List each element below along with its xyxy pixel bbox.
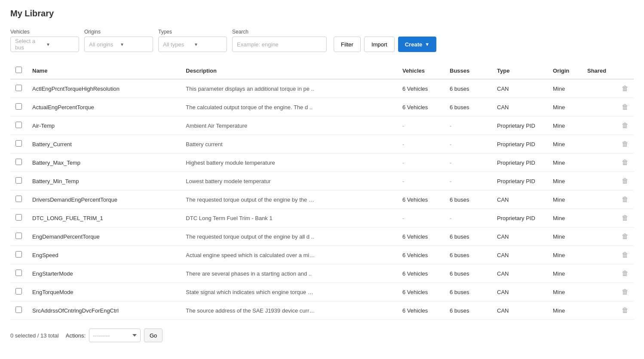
row-checkbox[interactable]: [15, 233, 22, 239]
row-description-text: There are several phases in a starting a…: [186, 270, 315, 277]
row-checkbox-cell[interactable]: [10, 246, 27, 264]
vehicles-select[interactable]: Select a bus ▼: [10, 37, 79, 52]
row-checkbox-cell[interactable]: [10, 264, 27, 283]
row-checkbox[interactable]: [15, 288, 22, 295]
row-description-text: The requested torque output of the engin…: [186, 196, 315, 203]
delete-icon[interactable]: 🗑: [622, 177, 629, 184]
row-checkbox-cell[interactable]: [10, 117, 27, 135]
origins-placeholder: All origins: [89, 41, 117, 48]
row-vehicles: 6 Vehicles: [397, 98, 445, 117]
table-row: ActualEngPercentTorque The calculated ou…: [10, 98, 634, 117]
delete-icon[interactable]: 🗑: [622, 288, 629, 295]
row-description-text: The calculated output torque of the engi…: [186, 104, 315, 110]
row-delete-cell[interactable]: 🗑: [616, 190, 634, 209]
row-delete-cell[interactable]: 🗑: [616, 264, 634, 283]
row-checkbox[interactable]: [15, 177, 22, 184]
row-checkbox[interactable]: [15, 103, 22, 110]
row-checkbox-cell[interactable]: [10, 227, 27, 246]
row-description: The source address of the SAE J1939 devi…: [181, 301, 397, 320]
row-vehicles: 6 Vehicles: [397, 79, 445, 98]
row-delete-cell[interactable]: 🗑: [616, 301, 634, 320]
dash: -: [450, 123, 451, 129]
dash: -: [450, 215, 451, 221]
row-checkbox-cell[interactable]: [10, 209, 27, 227]
delete-icon[interactable]: 🗑: [622, 196, 629, 203]
row-delete-cell[interactable]: 🗑: [616, 117, 634, 135]
row-checkbox[interactable]: [15, 307, 22, 313]
row-name: Battery_Max_Temp: [27, 153, 181, 172]
row-checkbox-cell[interactable]: [10, 153, 27, 172]
row-checkbox-cell[interactable]: [10, 79, 27, 98]
row-origin: Mine: [548, 227, 582, 246]
row-checkbox-cell[interactable]: [10, 98, 27, 117]
row-shared: [582, 246, 616, 264]
row-checkbox-cell[interactable]: [10, 283, 27, 301]
delete-icon[interactable]: 🗑: [622, 159, 629, 166]
delete-icon[interactable]: 🗑: [622, 103, 629, 110]
select-all-header[interactable]: [10, 62, 27, 79]
row-checkbox[interactable]: [15, 159, 22, 165]
row-checkbox[interactable]: [15, 251, 22, 258]
delete-icon[interactable]: 🗑: [622, 233, 629, 240]
row-delete-cell[interactable]: 🗑: [616, 135, 634, 153]
row-description: State signal which indicates which engin…: [181, 283, 397, 301]
row-origin: Mine: [548, 283, 582, 301]
row-delete-cell[interactable]: 🗑: [616, 98, 634, 117]
actions-label: Actions:: [66, 332, 86, 339]
select-all-checkbox[interactable]: [15, 67, 22, 73]
row-checkbox[interactable]: [15, 85, 22, 91]
row-vehicles: 6 Vehicles: [397, 227, 445, 246]
row-busses: 6 buses: [445, 79, 492, 98]
go-button[interactable]: Go: [144, 328, 163, 342]
create-button[interactable]: Create ▼: [398, 37, 436, 52]
row-description: The requested torque output of the engin…: [181, 227, 397, 246]
table-row: EngStarterMode There are several phases …: [10, 264, 634, 283]
row-delete-cell[interactable]: 🗑: [616, 209, 634, 227]
row-delete-cell[interactable]: 🗑: [616, 227, 634, 246]
row-checkbox-cell[interactable]: [10, 135, 27, 153]
types-select[interactable]: All types ▼: [158, 37, 227, 52]
row-name: ActlEngPrcntTorqueHighResolution: [27, 79, 181, 98]
row-vehicles: -: [397, 117, 445, 135]
row-busses: 6 buses: [445, 301, 492, 320]
row-busses: 6 buses: [445, 283, 492, 301]
origins-filter-group: Origins All origins ▼: [84, 29, 153, 52]
row-delete-cell[interactable]: 🗑: [616, 246, 634, 264]
row-delete-cell[interactable]: 🗑: [616, 283, 634, 301]
row-checkbox[interactable]: [15, 140, 22, 147]
row-description-text: Highest battery module temperature: [186, 160, 315, 166]
row-checkbox[interactable]: [15, 270, 22, 276]
delete-icon[interactable]: 🗑: [622, 122, 629, 129]
chevron-down-icon: ▼: [46, 42, 74, 47]
delete-icon[interactable]: 🗑: [622, 140, 629, 147]
row-checkbox-cell[interactable]: [10, 172, 27, 190]
actions-select[interactable]: ---------: [89, 328, 141, 342]
row-checkbox[interactable]: [15, 122, 22, 128]
origins-select[interactable]: All origins ▼: [84, 37, 153, 52]
row-description-text: State signal which indicates which engin…: [186, 289, 315, 295]
delete-icon[interactable]: 🗑: [622, 270, 629, 277]
row-name: Battery_Current: [27, 135, 181, 153]
search-input[interactable]: [232, 37, 327, 52]
row-busses: -: [445, 153, 492, 172]
row-busses: 6 buses: [445, 190, 492, 209]
row-type: Proprietary PID: [492, 172, 548, 190]
row-checkbox[interactable]: [15, 214, 22, 221]
row-checkbox-cell[interactable]: [10, 301, 27, 320]
delete-icon[interactable]: 🗑: [622, 251, 629, 258]
row-checkbox-cell[interactable]: [10, 190, 27, 209]
import-button[interactable]: Import: [364, 37, 395, 52]
row-description-text: Ambient Air Temperature: [186, 123, 315, 129]
row-delete-cell[interactable]: 🗑: [616, 172, 634, 190]
row-type: Proprietary PID: [492, 209, 548, 227]
delete-icon[interactable]: 🗑: [622, 307, 629, 314]
row-busses: 6 buses: [445, 98, 492, 117]
row-origin: Mine: [548, 117, 582, 135]
delete-icon[interactable]: 🗑: [622, 214, 629, 221]
row-delete-cell[interactable]: 🗑: [616, 79, 634, 98]
delete-icon[interactable]: 🗑: [622, 85, 629, 92]
chevron-down-icon: ▼: [120, 42, 148, 47]
row-checkbox[interactable]: [15, 196, 22, 202]
filter-button[interactable]: Filter: [334, 37, 361, 52]
row-delete-cell[interactable]: 🗑: [616, 153, 634, 172]
